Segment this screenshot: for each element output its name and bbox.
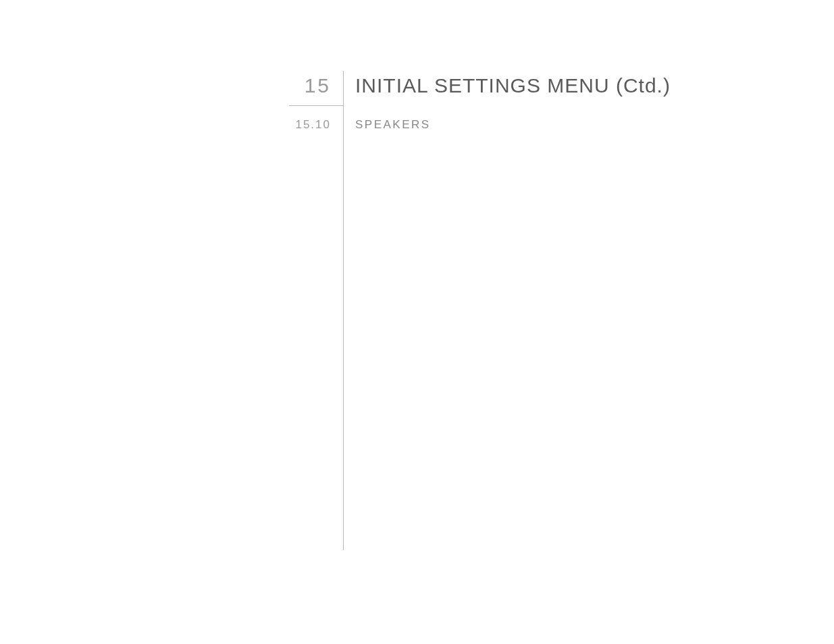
section-title: INITIAL SETTINGS MENU (Ctd.) [343,74,671,97]
section-header: 15 INITIAL SETTINGS MENU (Ctd.) [289,74,671,97]
document-page: 15 INITIAL SETTINGS MENU (Ctd.) 15.10 SP… [289,74,671,132]
section-number: 15 [289,74,343,97]
subsection-number: 15.10 [289,118,343,132]
horizontal-divider [289,105,343,106]
subsection-row: 15.10 SPEAKERS [289,118,671,132]
subsection-title: SPEAKERS [343,118,431,132]
vertical-divider [343,71,344,550]
